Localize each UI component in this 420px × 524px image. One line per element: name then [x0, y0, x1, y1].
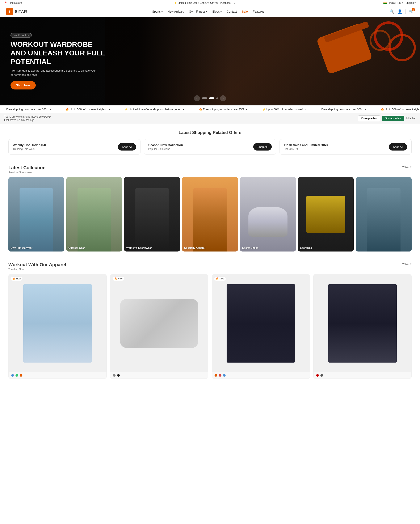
- collection-item-shoes[interactable]: Sports Shoes: [240, 177, 296, 252]
- products-grid: 🔥 New 🔥 New 🔥 New: [9, 274, 411, 379]
- collection-item-women[interactable]: Women's Sportswear: [124, 177, 180, 252]
- chevron-down-icon: ▾: [206, 10, 207, 13]
- hide-bar-button[interactable]: Hide bar: [406, 117, 416, 120]
- nav-sports[interactable]: Sports ▾: [152, 10, 163, 13]
- hero-controls: ‹ ›: [194, 95, 226, 101]
- hero-prev-btn[interactable]: ‹: [194, 95, 200, 101]
- collection-thumb-women: [124, 177, 180, 252]
- chevron-down-icon: ▾: [220, 10, 222, 13]
- shop-all-btn-1[interactable]: Shop All: [118, 143, 136, 150]
- product-thumb-2: 🔥 New: [110, 274, 208, 372]
- product-colors-1: [9, 372, 106, 378]
- nav-sale[interactable]: Sale: [242, 10, 248, 13]
- collection-title: Latest Collection: [9, 165, 45, 170]
- collection-label-outdoor: Outdoor Gear: [69, 246, 85, 249]
- ticker-inner: Free shipping on orders over $50! 🔥 Up t…: [0, 108, 420, 111]
- color-dot[interactable]: [223, 374, 226, 377]
- shop-now-button[interactable]: Shop Now: [10, 81, 36, 90]
- ticker-item-3: ⚡ Limited time offer – shop now before g…: [125, 108, 185, 111]
- logo-icon: S: [6, 8, 13, 15]
- collection-item-bag[interactable]: Sport Bag: [298, 177, 354, 252]
- collection-view-all[interactable]: View All: [402, 165, 411, 168]
- collection-label-specialty: Specialty Apparel: [184, 246, 205, 249]
- preview-actions: Close preview Share preview Hide bar: [358, 115, 416, 121]
- collection-thumb-extra: [356, 177, 411, 252]
- bottom-spacer: [0, 383, 420, 391]
- share-preview-button[interactable]: Share preview: [382, 116, 404, 121]
- ticker-item-7: 🔥 Up to 50% off on select styles!: [381, 108, 420, 111]
- last-saved-text: Last saved 37 minutes ago: [4, 119, 52, 122]
- product-colors-4: [314, 372, 411, 378]
- offer-desc-1: Trending This Week: [13, 148, 46, 150]
- color-dot[interactable]: [320, 374, 323, 377]
- preview-bar: You're previewing: Sitar-active-29/08/20…: [0, 113, 420, 124]
- region-selector: India | INR ₹ English ▾: [383, 1, 416, 4]
- nav-blogs[interactable]: Blogs ▾: [212, 10, 222, 13]
- product-image-1: [23, 284, 92, 363]
- logo[interactable]: S SITAR: [6, 8, 27, 15]
- next-promo-btn[interactable]: ›: [234, 1, 235, 5]
- chevron-down-icon: ▾: [415, 1, 416, 4]
- flag-icon: [383, 2, 387, 4]
- workout-title: Workout With Our Apparel: [9, 262, 66, 267]
- collection-thumb-bag: [298, 177, 354, 252]
- nav-new-arrivals[interactable]: New Arrivals: [167, 10, 184, 13]
- nav-features[interactable]: Features: [253, 10, 264, 13]
- color-dot[interactable]: [19, 374, 22, 377]
- hero-badge: New Collections: [10, 33, 32, 38]
- nav-contact[interactable]: Contact: [227, 10, 237, 13]
- language-selector[interactable]: English ▾: [405, 1, 416, 4]
- account-button[interactable]: 👤: [398, 9, 402, 14]
- top-bar: 📍 Find a store ‹ ⚡ Limited Time Offer: G…: [0, 0, 420, 6]
- hero-dot-2[interactable]: [209, 97, 214, 99]
- promo-ticker: Free shipping on orders over $50! 🔥 Up t…: [0, 105, 420, 113]
- collection-grid: Gym Fitness Wear Outdoor Gear Women's Sp…: [9, 177, 411, 252]
- shop-all-btn-2[interactable]: Shop All: [253, 143, 272, 150]
- workout-title-group: Workout With Our Apparel Trending Now: [9, 262, 66, 271]
- workout-subtitle: Trending Now: [9, 268, 66, 271]
- product-card-2[interactable]: 🔥 New: [110, 274, 208, 379]
- product-thumb-3: 🔥 New: [212, 274, 310, 372]
- workout-section: Workout With Our Apparel Trending Now Vi…: [0, 258, 420, 383]
- offer-card-1: Weekly Hot Under $50 Trending This Week …: [9, 139, 140, 155]
- offer-info-1: Weekly Hot Under $50 Trending This Week: [13, 143, 46, 150]
- product-card-3[interactable]: 🔥 New: [212, 274, 310, 379]
- cart-button[interactable]: 🛒 1: [409, 9, 414, 14]
- close-preview-button[interactable]: Close preview: [358, 115, 380, 121]
- offer-desc-3: Flat 70% Off: [284, 148, 328, 150]
- collection-item-gym[interactable]: Gym Fitness Wear: [9, 177, 64, 252]
- color-dot[interactable]: [117, 374, 120, 377]
- preview-info: You're previewing: Sitar-active-29/08/20…: [4, 115, 52, 122]
- color-dot[interactable]: [219, 374, 222, 377]
- offer-info-3: Flash Sales and Limited Offer Flat 70% O…: [284, 143, 328, 150]
- hero-dot-3[interactable]: [216, 97, 218, 99]
- search-button[interactable]: 🔍: [390, 9, 394, 14]
- collection-item-specialty[interactable]: Specialty Apparel: [182, 177, 238, 252]
- color-dot[interactable]: [316, 374, 319, 377]
- workout-header: Workout With Our Apparel Trending Now Vi…: [9, 262, 411, 271]
- collection-label-gym: Gym Fitness Wear: [10, 246, 32, 249]
- shop-all-btn-3[interactable]: Shop All: [389, 143, 407, 150]
- nav-gym-fitness[interactable]: Gym Fitness ▾: [189, 10, 208, 13]
- color-dot[interactable]: [11, 374, 14, 377]
- color-dot[interactable]: [113, 374, 116, 377]
- workout-view-all[interactable]: View All: [402, 262, 411, 265]
- promo-bar: ‹ ⚡ Limited Time Offer: Get 20% Off Your…: [171, 1, 235, 5]
- ticker-item-4: 🔥 Free shipping on orders over $50!: [199, 108, 249, 111]
- nav-actions: 🔍 👤 🛒 1: [390, 9, 414, 14]
- offer-name-1: Weekly Hot Under $50: [13, 143, 46, 147]
- hero-next-btn[interactable]: ›: [220, 95, 226, 101]
- main-nav: S SITAR Sports ▾ New Arrivals Gym Fitnes…: [0, 6, 420, 17]
- ticker-item-1: Free shipping on orders over $50!: [6, 108, 52, 111]
- product-card-4[interactable]: [313, 274, 411, 379]
- product-colors-2: [110, 372, 208, 378]
- product-thumb-1: 🔥 New: [9, 274, 106, 372]
- collection-item-outdoor[interactable]: Outdoor Gear: [66, 177, 122, 252]
- color-dot[interactable]: [15, 374, 18, 377]
- find-store[interactable]: 📍 Find a store: [4, 1, 22, 4]
- collection-item-extra[interactable]: [356, 177, 411, 252]
- prev-promo-btn[interactable]: ‹: [171, 1, 172, 5]
- color-dot[interactable]: [214, 374, 217, 377]
- hero-dot-1[interactable]: [202, 97, 207, 99]
- product-card-1[interactable]: 🔥 New: [9, 274, 107, 379]
